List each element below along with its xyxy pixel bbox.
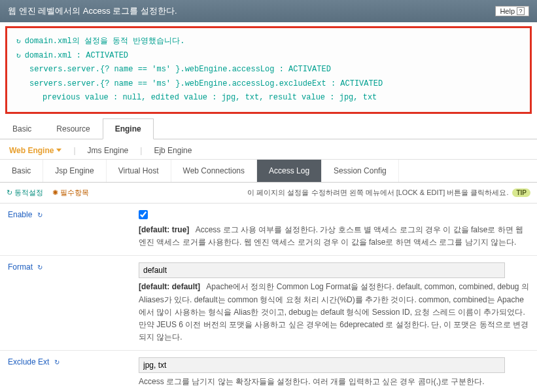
sync-icon: ↻ bbox=[37, 211, 43, 219]
page-title: 웹 엔진 레벨에서의 Access 로그를 설정한다. bbox=[8, 5, 177, 17]
field-label-format: Format ↻ bbox=[0, 256, 131, 351]
subtab-webconn[interactable]: Web Connections bbox=[171, 160, 258, 182]
sync-icon: ↻ bbox=[37, 264, 43, 271]
sync-icon: ↻ bbox=[16, 35, 21, 48]
subtab-session[interactable]: Session Config bbox=[322, 160, 399, 182]
engine-tab-web[interactable]: Web Engine bbox=[9, 146, 61, 155]
header-bar: 웹 엔진 레벨에서의 Access 로그를 설정한다. Help ? bbox=[0, 0, 537, 22]
subtab-jsp[interactable]: Jsp Engine bbox=[43, 160, 106, 182]
tip-text: 이 페이지의 설정을 수정하려면 왼쪽 메뉴에서 [LOCK & EDIT] 버… bbox=[247, 188, 508, 198]
chevron-down-icon bbox=[56, 149, 61, 152]
config-form: Enable ↻ [default: true] Access 로그 사용 여부… bbox=[0, 204, 537, 392]
help-icon: ? bbox=[517, 7, 525, 15]
tab-resource[interactable]: Resource bbox=[44, 118, 102, 139]
field-label-exclude-ext: Exclude Ext ↻ bbox=[0, 351, 131, 392]
help-button[interactable]: Help ? bbox=[495, 6, 529, 16]
required-label: ✺필수항목 bbox=[52, 188, 89, 198]
tab-basic[interactable]: Basic bbox=[0, 118, 44, 139]
subtab-basic[interactable]: Basic bbox=[0, 160, 43, 182]
main-tabs: Basic Resource Engine bbox=[0, 118, 537, 139]
enable-checkbox[interactable] bbox=[139, 210, 148, 219]
sub-tabs: Basic Jsp Engine Virtual Host Web Connec… bbox=[0, 160, 537, 183]
subtab-access-log[interactable]: Access Log bbox=[257, 160, 322, 182]
engine-tab-jms[interactable]: Jms Engine bbox=[88, 146, 129, 155]
tip-badge: TIP bbox=[512, 188, 530, 197]
engine-tab-ejb[interactable]: Ejb Engine bbox=[154, 146, 192, 155]
gear-icon: ✺ bbox=[52, 188, 58, 197]
tab-engine[interactable]: Engine bbox=[103, 118, 154, 139]
engine-tabs: Web Engine | Jms Engine | Ejb Engine bbox=[0, 139, 537, 160]
sync-icon: ↻ bbox=[54, 359, 60, 366]
subtab-vhost[interactable]: Virtual Host bbox=[107, 160, 171, 182]
format-input[interactable] bbox=[139, 262, 505, 278]
sync-icon: ↻ bbox=[16, 50, 21, 63]
info-bar: ↻동적설정 ✺필수항목 이 페이지의 설정을 수정하려면 왼쪽 메뉴에서 [LO… bbox=[0, 183, 537, 204]
dynamic-setting-label: ↻동적설정 bbox=[7, 188, 43, 198]
field-label-enable: Enable ↻ bbox=[0, 204, 131, 256]
exclude-ext-input[interactable] bbox=[139, 357, 505, 373]
activation-message-box: ↻domain.xml의 설정을 동적 반영했습니다. ↻domain.xml … bbox=[5, 26, 532, 114]
sync-icon: ↻ bbox=[7, 188, 12, 197]
